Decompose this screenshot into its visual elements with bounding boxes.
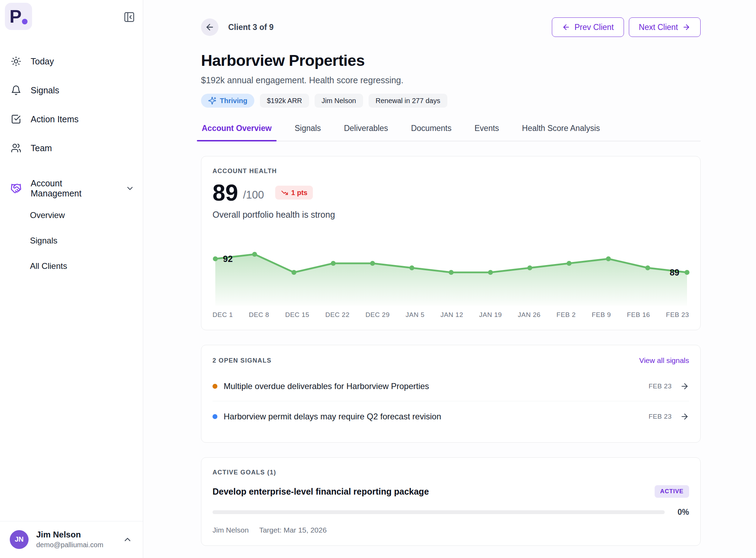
signal-severity-dot (213, 414, 217, 419)
chart-x-label: JAN 19 (479, 311, 502, 319)
health-delta-badge: 1 pts (275, 186, 313, 200)
app-logo: P (5, 3, 32, 30)
page-subtitle: $192k annual engagement. Health score re… (201, 75, 701, 85)
arrow-right-icon (680, 412, 689, 421)
active-goals-card: ACTIVE GOALS (1) Develop enterprise-leve… (201, 457, 701, 546)
sidebar-item-label: Today (31, 56, 54, 67)
sidebar-item-action-items[interactable]: Action Items (10, 109, 134, 129)
signal-text: Multiple overdue deliverables for Harbor… (224, 381, 429, 391)
goal-meta: Jim Nelson Target: Mar 15, 2026 (213, 526, 689, 534)
status-badge: Thriving (201, 94, 254, 108)
sidebar-header: P (0, 3, 143, 30)
users-icon (10, 142, 22, 154)
signal-list: Multiple overdue deliverables for Harbor… (213, 371, 689, 431)
trending-down-icon (281, 189, 288, 196)
view-all-signals-link[interactable]: View all signals (639, 356, 689, 365)
sidebar-subitem-overview[interactable]: Overview (10, 207, 134, 224)
renewal-badge: Renewal in 277 days (369, 94, 447, 108)
chevron-up-icon (123, 535, 132, 544)
chart-x-label: FEB 16 (627, 311, 650, 319)
health-summary: Overall portfolio health is strong (213, 210, 689, 220)
sidebar-subitem-signals[interactable]: Signals (10, 232, 134, 249)
chart-x-label: DEC 22 (325, 311, 350, 319)
arr-badge: $192k ARR (260, 94, 309, 108)
chart-x-label: JAN 26 (518, 311, 540, 319)
status-badge-label: Thriving (220, 97, 247, 105)
chart-x-labels: DEC 1DEC 8DEC 15DEC 22DEC 29JAN 5JAN 12J… (213, 311, 689, 319)
user-menu[interactable]: JN Jim Nelson demo@palliumai.com (0, 521, 143, 558)
account-health-label: ACCOUNT HEALTH (213, 168, 689, 175)
health-score-row: 89 /100 1 pts (213, 181, 689, 204)
app-root: P Today Signals (0, 0, 756, 558)
sidebar-item-label: Action Items (31, 114, 79, 124)
next-client-button[interactable]: Next Client (629, 17, 701, 37)
sidebar-item-label: Team (31, 143, 52, 153)
client-nav-bar: Client 3 of 9 Prev Client Next Client (201, 17, 701, 37)
active-goals-label: ACTIVE GOALS (1) (213, 469, 689, 476)
tab-events[interactable]: Events (474, 119, 500, 141)
sun-icon (10, 56, 22, 67)
sidebar-item-account-management[interactable]: Account Management (10, 179, 134, 198)
chart-x-label: JAN 5 (406, 311, 424, 319)
tab-signals[interactable]: Signals (294, 119, 322, 141)
owner-badge: Jim Nelson (315, 94, 363, 108)
signal-text: Harborview permit delays may require Q2 … (224, 412, 441, 421)
prev-client-button[interactable]: Prev Client (552, 17, 624, 37)
panel-collapse-icon (123, 11, 135, 23)
signal-date: FEB 23 (649, 382, 672, 390)
goal-item[interactable]: Develop enterprise-level financial repor… (213, 485, 689, 534)
chart-x-label: FEB 2 (556, 311, 576, 319)
sidebar-item-team[interactable]: Team (10, 138, 134, 158)
signal-row[interactable]: Harborview permit delays may require Q2 … (213, 401, 689, 431)
sidebar-section-label: Account Management (31, 178, 112, 199)
arrow-left-icon (205, 22, 215, 32)
arrow-right-icon (682, 23, 691, 31)
logo-dot (22, 19, 28, 24)
svg-text:92: 92 (223, 254, 233, 264)
sparkles-icon (208, 96, 216, 105)
user-email: demo@palliumai.com (36, 541, 103, 549)
arrow-right-icon (680, 382, 689, 391)
prev-client-label: Prev Client (574, 23, 614, 32)
sidebar-subitem-all-clients[interactable]: All Clients (10, 258, 134, 274)
svg-text:89: 89 (670, 268, 679, 277)
bell-icon (10, 85, 22, 96)
chevron-down-icon (125, 184, 134, 193)
tab-deliverables[interactable]: Deliverables (343, 119, 389, 141)
sidebar-item-signals[interactable]: Signals (10, 80, 134, 100)
page-title: Harborview Properties (201, 52, 701, 70)
chart-x-label: DEC 1 (213, 311, 233, 319)
open-signals-label: 2 OPEN SIGNALS (213, 357, 271, 364)
open-signals-header: 2 OPEN SIGNALS View all signals (213, 356, 689, 365)
goal-owner: Jim Nelson (213, 526, 249, 534)
client-pager: Prev Client Next Client (552, 17, 701, 37)
health-trend-chart: 9289 DEC 1DEC 8DEC 15DEC 22DEC 29JAN 5JA… (213, 246, 689, 319)
chart-x-label: FEB 23 (666, 311, 689, 319)
open-signals-card: 2 OPEN SIGNALS View all signals Multiple… (201, 345, 701, 443)
sidebar-collapse-button[interactable] (123, 11, 135, 23)
tab-account-overview[interactable]: Account Overview (201, 119, 272, 141)
sidebar: P Today Signals (0, 0, 143, 558)
goal-status-badge: ACTIVE (655, 485, 689, 498)
goal-progress-bar (213, 510, 665, 514)
arrow-left-icon (562, 23, 570, 31)
avatar: JN (10, 530, 29, 549)
goal-title: Develop enterprise-level financial repor… (213, 487, 429, 497)
goal-target-date: Target: Mar 15, 2026 (259, 526, 327, 534)
check-square-icon (10, 114, 22, 125)
user-meta: Jim Nelson demo@palliumai.com (36, 530, 103, 549)
sidebar-item-today[interactable]: Today (10, 52, 134, 71)
health-chart-svg: 9289 (213, 246, 690, 305)
tab-health-score-analysis[interactable]: Health Score Analysis (521, 119, 601, 141)
sidebar-item-label: Signals (31, 85, 59, 95)
back-button[interactable] (201, 18, 218, 36)
health-score-max: /100 (243, 189, 264, 201)
tab-documents[interactable]: Documents (410, 119, 452, 141)
handshake-icon (10, 183, 22, 194)
logo-letter: P (9, 7, 21, 25)
goal-progress-row: 0% (213, 507, 689, 517)
signal-row[interactable]: Multiple overdue deliverables for Harbor… (213, 371, 689, 401)
chart-x-label: DEC 29 (365, 311, 390, 319)
next-client-label: Next Client (639, 23, 678, 32)
signal-date: FEB 23 (649, 413, 672, 420)
